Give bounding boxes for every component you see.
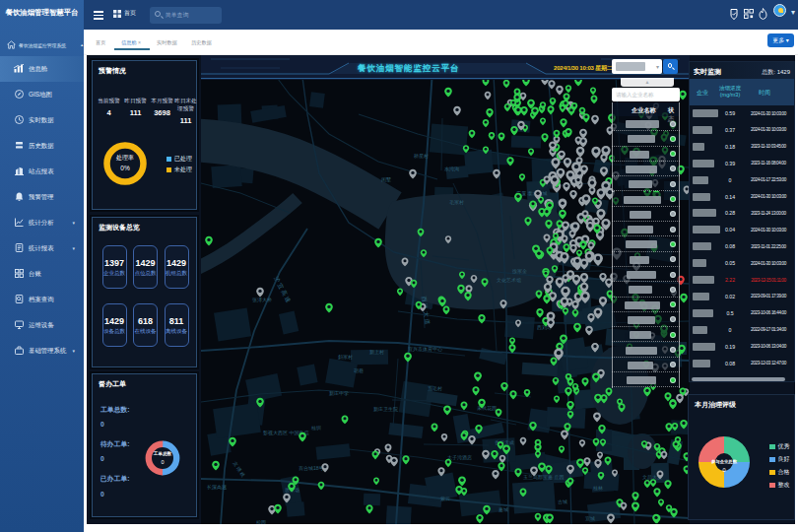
svg-text:宜兴市体育中心: 宜兴市体育中心 bbox=[408, 346, 442, 352]
svg-text:桂圳: 桂圳 bbox=[310, 425, 321, 431]
svg-text:水湾沟: 水湾沟 bbox=[444, 166, 459, 172]
svg-text:胡巷: 胡巷 bbox=[354, 367, 364, 374]
svg-text:太子湾酒店: 太子湾酒店 bbox=[447, 454, 472, 461]
svg-text:毛家村: 毛家村 bbox=[449, 199, 464, 206]
svg-text:新庄中学: 新庄中学 bbox=[329, 390, 349, 396]
svg-text:斜家村: 斜家村 bbox=[338, 354, 353, 361]
svg-text:张泽大桥: 张泽大桥 bbox=[252, 297, 272, 303]
svg-text:桂林: 桂林 bbox=[592, 485, 603, 491]
svg-text:新上村: 新上村 bbox=[369, 349, 384, 356]
svg-text:耕星村: 耕星村 bbox=[414, 153, 429, 160]
svg-text:新庄卫生院: 新庄卫生院 bbox=[373, 406, 398, 413]
svg-text:宜城: 宜城 bbox=[585, 515, 595, 521]
svg-text:五毛村: 五毛村 bbox=[428, 385, 442, 392]
svg-text:长深高速: 长深高速 bbox=[207, 484, 227, 491]
svg-text:玉兰岛郡宝嘉 丘园: 玉兰岛郡宝嘉 丘园 bbox=[523, 474, 564, 481]
svg-text:徐家全: 徐家全 bbox=[511, 268, 527, 275]
svg-text:紫云: 紫云 bbox=[440, 496, 450, 501]
svg-text:文化艺术馆: 文化艺术馆 bbox=[497, 277, 521, 284]
svg-text:古城: 古城 bbox=[558, 499, 567, 504]
svg-text:嘉城: 嘉城 bbox=[499, 506, 508, 513]
svg-text:百合城18号: 百合城18号 bbox=[299, 465, 324, 472]
svg-text:闲墅: 闲墅 bbox=[381, 176, 391, 183]
